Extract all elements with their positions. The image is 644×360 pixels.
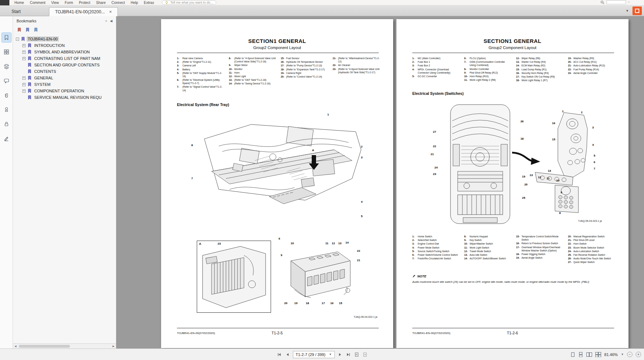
item-number: 1- [412,57,418,60]
application-window: HomeCommentViewFormProtectShareConnectHe… [0,0,644,360]
security-panel-icon[interactable] [2,119,11,129]
menu-item[interactable]: Home [12,0,27,5]
page-thumbnails-icon[interactable] [2,47,11,57]
detail-a-diagram: A 23 [197,241,271,313]
legend-item: 20-(Refer to "Control Valve"T1-2-14) [281,75,328,78]
menu-item[interactable]: Comment [27,0,48,5]
menu-item[interactable]: Extras [141,0,157,5]
item-label: (Refer to "Swing Device"T1-2-16) [234,82,276,85]
bookmark-root-item[interactable]: − TOJBR41-EN-00 [13,36,116,42]
bookmark-item[interactable]: SECTION AND GROUP CONTENTS [13,62,116,68]
scrollbar-track[interactable] [18,344,111,348]
layers-panel-icon[interactable] [2,62,11,71]
legend-item: 13-Auto-Idle Switch [464,253,512,256]
scrollbar-thumb[interactable] [19,345,70,348]
bookmark-item[interactable]: + CONTRASTING LIST OF PART NAM [13,55,116,62]
expand-icon[interactable]: + [22,89,26,93]
bookmark-label: SERVICE MANUAL REVISION REQU [33,95,103,100]
close-tab-icon[interactable]: × [109,9,112,14]
expand-icon[interactable]: + [22,76,26,80]
menu-item[interactable]: Connect [108,0,128,5]
collapse-expander-icon[interactable]: − [16,38,19,41]
diagram-callout: 16 [330,302,334,305]
item-number: 4- [412,246,418,249]
legend-item: 18-Power Digging Switch [516,253,564,256]
bookmark-item[interactable]: + SYSTEM [13,81,116,88]
legend-item: 20-ACC Cut Relay (R11) [568,60,616,63]
zoom-dropdown-icon[interactable]: ▼ [621,353,624,356]
bookmark-item[interactable]: + SYMBOL AND ABBREVIATION [13,49,116,55]
previous-view-button[interactable] [354,352,360,357]
stamps-panel-icon[interactable] [2,105,11,114]
horizontal-scrollbar[interactable]: ◀ ▶ [13,343,116,348]
group-title: Group2 Component Layout [396,45,629,50]
comments-panel-icon[interactable] [2,76,11,85]
item-label: Wiper Motor [234,63,276,67]
single-page-view-icon[interactable] [570,352,575,357]
facing-view-icon[interactable] [586,352,592,357]
previous-page-button[interactable] [284,352,290,357]
scroll-right-icon[interactable]: ▶ [111,345,116,348]
document-area[interactable]: SECTION1 GENERAL Group2 Component Layout… [116,16,644,348]
bookmark-icon [28,76,31,80]
new-bookmark-button[interactable] [17,27,22,32]
menu-item[interactable]: View [48,0,62,5]
bookmark-settings-button[interactable] [34,27,39,32]
subsection-heading: Electrical System (Switches) [412,91,463,96]
last-page-button[interactable] [346,352,351,357]
app-menu-button[interactable] [0,0,9,5]
legend-column: 19-Washer Relay (R9)20-ACC Cut Relay (R1… [568,57,616,82]
page-number-field[interactable]: T1-2-7 (29 / 399) ▼ [293,351,334,358]
bookmark-item[interactable]: + COMPONENT OPERATION [13,88,116,94]
menu-bar: HomeCommentViewFormProtectShareConnectHe… [0,0,644,5]
bookmark-item[interactable]: + GENERAL [13,75,116,81]
item-number: 10- [464,242,470,245]
menu-item[interactable]: Form [62,0,76,5]
menu-item[interactable]: Help [128,0,141,5]
main-area: Bookmarks » ◀ − TOJBR41-EN-00 [0,16,644,348]
continuous-view-icon[interactable] [578,352,583,357]
attachments-panel-icon[interactable] [2,91,11,100]
bookmark-item[interactable]: + INTRODUCTION [13,42,116,49]
zoom-out-button[interactable]: − [627,352,632,357]
expand-icon[interactable]: + [22,44,26,47]
item-number: 18- [516,253,521,256]
bookmark-item[interactable]: CONTENTS [13,68,116,75]
expand-icon[interactable]: + [22,57,26,60]
signatures-panel-icon[interactable] [2,134,11,143]
expand-icon[interactable]: + [22,51,26,54]
legend-item: 15-Temperature Control Switch/Mode Switc… [516,235,564,241]
page-field-dropdown-icon[interactable]: ▼ [329,353,332,356]
tab-list-dropdown-icon[interactable]: ▼ [626,9,629,13]
bookmark-label[interactable]: TOJBR41-EN-00 [27,36,59,41]
legend-item: 10-Horn Relay (R10) [464,75,512,78]
collapse-ribbon-icon[interactable]: ^ [628,1,630,4]
legend-item: 8-(Refer to "4-Spool Solenoid Valve Unit… [229,57,276,63]
tab-document-label: TOJBR41-EN-00(20200... [55,9,105,14]
zoom-in-button[interactable]: + [636,352,641,357]
legend-item: 5-DC-DC Converter [412,75,460,78]
first-page-button[interactable] [276,352,282,357]
bookmark-item[interactable]: SERVICE MANUAL REVISION REQU [13,94,116,101]
collapse-panel-icon[interactable]: ◀ [110,19,112,23]
next-page-button[interactable] [337,352,343,357]
search-icon[interactable] [600,0,604,4]
continuous-facing-view-icon[interactable] [595,352,601,357]
find-input[interactable] [607,0,626,4]
bookmark-children: + INTRODUCTION + SYMBOL AND [13,42,116,101]
tab-start[interactable]: Start [6,7,49,16]
tellme-search[interactable]: Tell me what you want to do... [162,0,216,5]
menu-item[interactable]: Share [93,0,109,5]
expand-bookmarks-button[interactable] [26,27,30,32]
legend-item: 13-Starter Cut Relay (R4) [516,60,564,63]
tab-document[interactable]: TOJBR41-EN-00(20200... × [49,7,118,16]
scroll-left-icon[interactable]: ◀ [13,345,18,348]
diagram-callout: 1 [562,110,563,113]
item-number: 22- [568,68,573,71]
bookmarks-panel-icon[interactable] [2,33,11,42]
menu-item[interactable]: Protect [76,0,93,5]
expand-icon[interactable]: + [22,83,26,86]
diagram-callout: 3 [592,126,594,129]
panel-menu-icon[interactable]: » [105,19,107,23]
next-view-button[interactable] [362,352,368,357]
